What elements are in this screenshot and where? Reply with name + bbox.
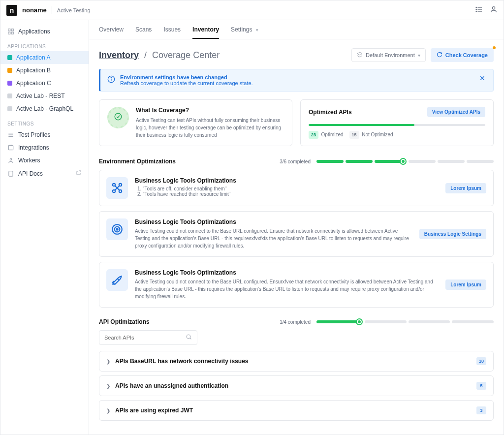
svg-point-22 — [111, 77, 111, 78]
view-optimized-apis-button[interactable]: View Optimized APIs — [427, 107, 485, 117]
progress-knob-icon — [400, 158, 407, 165]
rocket-icon — [106, 269, 128, 291]
opt-list-entry: "Tools have reached their resource limit… — [143, 191, 439, 197]
api-opt-progress — [316, 320, 494, 323]
list-icon[interactable] — [475, 5, 483, 15]
optimized-label: Optimized — [321, 132, 344, 137]
progress-segment — [365, 320, 407, 323]
sidebar-app-graphql[interactable]: Active Lab - GraphQL — [0, 102, 89, 115]
sidebar-settings-heading: SETTINGS — [0, 115, 89, 128]
env-opt-item: Business Logic Tools OptimizationsActive… — [99, 262, 494, 308]
sidebar-app-label: Active Lab - GraphQL — [16, 105, 73, 112]
api-opt-item[interactable]: ❯APIs BaseURL has network connectivity i… — [99, 351, 494, 372]
svg-point-25 — [119, 184, 122, 186]
opt-item-title: Business Logic Tools Optimizations — [135, 269, 439, 276]
tab-settings[interactable]: Settings ▾ — [231, 26, 258, 39]
search-icon — [186, 333, 192, 342]
env-opt-completed: 3/6 completed — [280, 159, 311, 164]
progress-segment — [438, 160, 465, 163]
banner-subtitle: Refresh coverage to update the current c… — [120, 80, 253, 86]
sidebar-app-label: Application B — [16, 67, 51, 74]
sidebar-api-docs[interactable]: API Docs — [0, 167, 89, 180]
opt-list-entry: "Tools are off, consider enabling them" — [143, 186, 439, 191]
tab-issues[interactable]: Issues — [163, 26, 181, 39]
notification-dot-icon — [493, 46, 496, 49]
check-coverage-label: Check Coverage — [445, 52, 488, 58]
color-dot-icon — [7, 68, 12, 73]
api-opt-count-pill: 10 — [476, 357, 486, 365]
tab-inventory[interactable]: Inventory — [192, 26, 219, 39]
sidebar-app-rest[interactable]: Active Lab - REST — [0, 90, 89, 102]
info-cards-row: What Is Coverage? Active Testing can tes… — [99, 99, 494, 146]
sidebar-item-label: Test Profiles — [18, 131, 50, 138]
nodes-icon — [106, 177, 128, 199]
sidebar-applications[interactable]: Applications — [0, 25, 89, 38]
breadcrumb: Inventory / Coverage Center — [99, 50, 220, 61]
optimized-card-title: Optimized APIs — [309, 109, 352, 116]
breadcrumb-leaf: Coverage Center — [152, 50, 220, 60]
sidebar-applications-label: Applications — [18, 28, 50, 35]
sidebar-item-label: Integrations — [18, 144, 49, 151]
svg-point-24 — [113, 184, 115, 186]
opt-item-list: "Tools are off, consider enabling them""… — [135, 186, 439, 197]
coverage-card-body: Active Testing can test APIs without ful… — [136, 117, 284, 139]
tab-label: Settings — [231, 26, 252, 33]
opt-item-action-button[interactable]: Lorem Ipsum — [445, 280, 486, 290]
tab-scans[interactable]: Scans — [135, 26, 152, 39]
opt-item-action-button[interactable]: Lorem Ipsum — [445, 183, 486, 193]
sidebar-test-profiles[interactable]: Test Profiles — [0, 128, 89, 141]
grid-icon — [7, 28, 14, 35]
env-opt-item: Business Logic Tools OptimizationsActive… — [99, 211, 494, 257]
color-dot-icon — [7, 81, 12, 86]
sidebar-workers[interactable]: Workers — [0, 154, 89, 167]
tab-overview[interactable]: Overview — [99, 26, 124, 39]
sliders-icon — [7, 131, 14, 138]
api-opt-header: API Optimizations 1/4 completed — [99, 318, 494, 325]
check-coverage-button[interactable]: Check Coverage — [431, 48, 494, 62]
progress-segment — [346, 160, 373, 163]
api-opt-item[interactable]: ❯APIs have an unassigned authentication5 — [99, 375, 494, 396]
plugin-icon — [7, 144, 14, 151]
chevron-down-icon: ▾ — [256, 28, 258, 32]
chevron-right-icon: ❯ — [106, 408, 110, 413]
svg-point-6 — [492, 6, 495, 9]
sidebar-app-label: Application C — [16, 80, 51, 87]
api-opt-item[interactable]: ❯APIs are using expired JWT3 — [99, 400, 494, 421]
refresh-icon — [437, 52, 442, 59]
svg-point-32 — [116, 228, 118, 230]
sidebar-app-b[interactable]: Application B — [0, 64, 89, 77]
sidebar-app-a[interactable]: Application A — [0, 51, 89, 64]
info-banner: Environment settings have been changed R… — [99, 69, 494, 92]
opt-item-desc: Active Testing could not connect to the … — [135, 278, 439, 300]
chevron-right-icon: ❯ — [106, 359, 110, 364]
color-dot-icon — [7, 106, 12, 111]
api-search-wrap — [99, 330, 197, 345]
breadcrumb-root[interactable]: Inventory — [99, 50, 139, 60]
worker-icon — [7, 157, 14, 164]
close-icon[interactable]: ✕ — [479, 74, 486, 82]
environment-select[interactable]: Default Environment ▾ — [351, 48, 426, 62]
banner-text: Environment settings have been changed R… — [120, 74, 253, 86]
brand-separator — [52, 6, 52, 14]
user-icon[interactable] — [490, 5, 498, 15]
api-opt-list: ❯APIs BaseURL has network connectivity i… — [99, 351, 494, 421]
brand-logo: n — [6, 5, 17, 16]
progress-segment — [409, 160, 436, 163]
svg-line-34 — [190, 338, 191, 340]
doc-icon — [7, 170, 14, 177]
svg-point-4 — [476, 9, 476, 9]
sidebar-app-c[interactable]: Application C — [0, 77, 89, 90]
api-opt-count-pill: 5 — [476, 382, 486, 390]
svg-rect-8 — [11, 29, 13, 31]
sidebar-integrations[interactable]: Integrations — [0, 141, 89, 154]
progress-segment — [316, 160, 344, 163]
external-link-icon — [76, 170, 82, 177]
opt-item-action-button[interactable]: Business Logic Settings — [419, 229, 486, 239]
breadcrumb-separator: / — [144, 50, 147, 60]
api-opt-item-title: APIs BaseURL has network connectivity is… — [115, 358, 472, 365]
app-window: n noname Active Testing Applications APP… — [0, 0, 504, 435]
sidebar-apps-heading: APPLICATIONS — [0, 38, 89, 51]
search-input[interactable] — [104, 335, 186, 341]
topbar: n noname Active Testing — [0, 0, 504, 20]
optimized-meta: 23 Optimized 15 Not Optimized — [309, 131, 485, 139]
